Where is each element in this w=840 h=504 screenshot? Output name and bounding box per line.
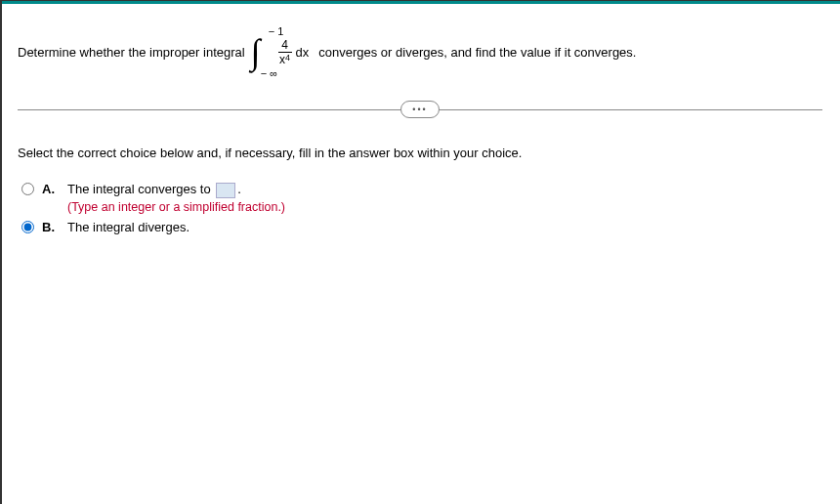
fraction-denominator: x4: [279, 53, 290, 65]
integral-lower-limit: − ∞: [261, 67, 277, 79]
dx-label: dx: [296, 45, 310, 60]
choice-a-body: The integral converges to . (Type an int…: [67, 182, 822, 214]
choice-a-answer-input[interactable]: [216, 183, 235, 198]
integral-sign-icon: ∫: [251, 40, 261, 64]
instruction-text: Select the correct choice below and, if …: [18, 146, 822, 160]
choice-a-text-after: .: [237, 182, 241, 196]
integrand-fraction: 4 x4: [278, 39, 292, 65]
question-statement: Determine whether the improper integral …: [18, 39, 822, 65]
choice-b-radio[interactable]: [21, 221, 34, 233]
question-prefix: Determine whether the improper integral: [18, 45, 245, 60]
choice-a-radio[interactable]: [21, 183, 34, 195]
integral-upper-limit: − 1: [269, 25, 284, 37]
divider-row: •••: [18, 101, 822, 120]
question-suffix: converges or diverges, and find the valu…: [318, 45, 636, 60]
fraction-numerator: 4: [281, 39, 288, 52]
choice-b-row: B. The integral diverges.: [18, 220, 822, 234]
choice-b-letter: B.: [42, 220, 58, 234]
choice-a-text-before: The integral converges to: [67, 182, 211, 196]
choice-a-letter: A.: [42, 182, 58, 196]
choice-b-text: The integral diverges.: [67, 220, 189, 234]
choice-b-body: The integral diverges.: [67, 220, 822, 234]
expand-toggle-button[interactable]: •••: [400, 101, 440, 118]
choice-a-hint: (Type an integer or a simplified fractio…: [67, 200, 822, 214]
choice-a-row: A. The integral converges to . (Type an …: [18, 182, 822, 214]
left-border: [0, 0, 2, 504]
content-area: Determine whether the improper integral …: [0, 4, 840, 234]
integral-expression: − 1 ∫ − ∞ 4 x4 dx: [251, 39, 310, 65]
